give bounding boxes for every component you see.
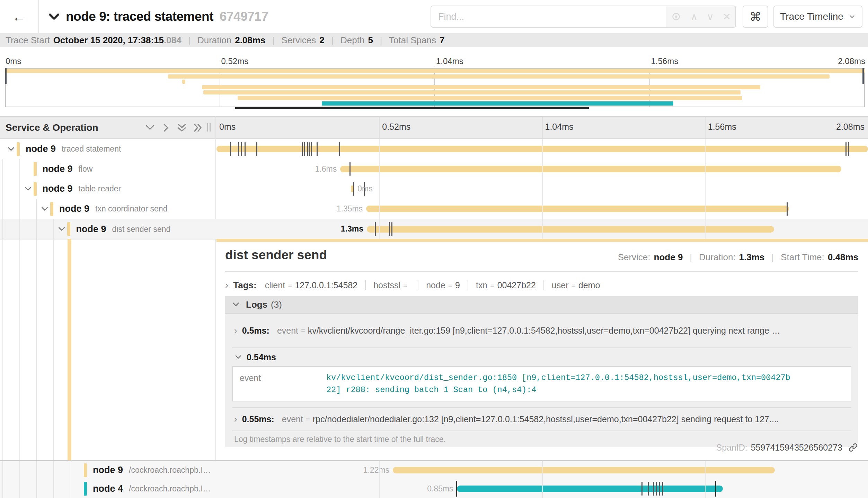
minimap-span-bar bbox=[168, 74, 829, 79]
deep-link-icon[interactable] bbox=[848, 442, 858, 453]
back-button[interactable]: ← bbox=[0, 0, 39, 33]
log-marker-tick[interactable] bbox=[302, 142, 303, 156]
locate-icon[interactable] bbox=[671, 11, 682, 22]
log-expand-icon[interactable]: › bbox=[234, 414, 237, 425]
indent-guide bbox=[36, 219, 37, 239]
operation-name: flow bbox=[79, 164, 93, 174]
minimap-axis-label: 2.08ms bbox=[838, 56, 865, 66]
gridline bbox=[379, 117, 380, 138]
span-duration-label: 1.6ms bbox=[315, 159, 337, 179]
indent-guide bbox=[70, 461, 70, 480]
log-marker-tick[interactable] bbox=[641, 482, 643, 496]
column-resizer-grip[interactable] bbox=[207, 123, 208, 132]
minimap-scrubber-left[interactable] bbox=[5, 68, 7, 84]
trace-timeline-dropdown[interactable]: Trace Timeline bbox=[773, 6, 862, 28]
timeline-tick-label: 0.52ms bbox=[382, 122, 410, 132]
span-row-dist-sender-send[interactable]: node 9dist sender send1.3ms bbox=[0, 219, 868, 239]
summary-label: Trace Start bbox=[6, 35, 50, 46]
expand-one-icon[interactable] bbox=[160, 122, 172, 134]
log-marker-tick[interactable] bbox=[349, 162, 351, 176]
log-expand-icon[interactable]: › bbox=[234, 325, 237, 336]
summary-value-fraction: .084 bbox=[164, 35, 181, 46]
span-bar[interactable] bbox=[367, 226, 774, 233]
logs-header[interactable]: Logs (3) bbox=[225, 296, 858, 313]
gridline bbox=[379, 139, 380, 239]
span-color-chip bbox=[34, 162, 37, 176]
span-bar[interactable] bbox=[457, 486, 723, 492]
span-row--cockroach-roachpb-i-[interactable]: node 9/cockroach.roachpb.I…1.22ms bbox=[0, 461, 868, 480]
log-marker-tick[interactable] bbox=[659, 482, 660, 496]
log-marker-tick[interactable] bbox=[653, 482, 654, 496]
log-marker-tick[interactable] bbox=[238, 142, 239, 156]
prev-result-icon[interactable]: ∧ bbox=[691, 11, 698, 22]
next-result-icon[interactable]: ∨ bbox=[707, 11, 714, 22]
find-input[interactable] bbox=[431, 6, 666, 27]
keyboard-shortcuts-button[interactable]: ⌘ bbox=[743, 6, 768, 28]
span-color-chip bbox=[67, 222, 70, 236]
separator: | bbox=[380, 35, 382, 45]
collapse-all-icon[interactable] bbox=[176, 122, 188, 134]
summary-label: Duration bbox=[197, 35, 231, 46]
span-collapse-chevron-icon[interactable] bbox=[40, 205, 49, 214]
span-row-flow[interactable]: node 9flow1.6ms bbox=[0, 159, 868, 179]
log-marker-tick[interactable] bbox=[256, 142, 257, 156]
span-collapse-chevron-icon[interactable] bbox=[57, 225, 66, 234]
log-marker-tick[interactable] bbox=[241, 142, 242, 156]
span-collapse-chevron-icon[interactable] bbox=[7, 145, 16, 154]
log-marker-tick[interactable] bbox=[662, 482, 663, 496]
page-header: ← node 9: traced statement 6749717 ∧ ∨ ✕… bbox=[0, 0, 868, 33]
log-marker-tick[interactable] bbox=[230, 142, 231, 156]
service-name: node 9 bbox=[76, 224, 106, 235]
meta-label: Start Time: bbox=[781, 252, 824, 263]
log-marker-tick[interactable] bbox=[648, 482, 649, 496]
span-name: node 9flow bbox=[43, 159, 93, 179]
span-row-traced-statement[interactable]: node 9traced statement bbox=[0, 139, 868, 159]
collapse-one-icon[interactable] bbox=[144, 122, 156, 134]
log-collapse-icon[interactable] bbox=[234, 353, 242, 361]
log-marker-tick[interactable] bbox=[375, 222, 376, 236]
minimap-scroll-indicator[interactable] bbox=[235, 107, 589, 109]
span-collapse-chevron-icon[interactable] bbox=[24, 184, 33, 193]
span-bar[interactable] bbox=[393, 467, 775, 473]
span-bar[interactable] bbox=[366, 206, 789, 212]
log-marker-tick[interactable] bbox=[311, 142, 312, 156]
log-marker-tick[interactable] bbox=[245, 142, 246, 156]
log-marker-tick[interactable] bbox=[339, 142, 340, 156]
column-resizer-grip[interactable] bbox=[210, 123, 211, 132]
log-entry-collapsed[interactable]: ›0.5ms:event=kv/kvclient/kvcoord/range_i… bbox=[232, 314, 851, 348]
log-marker-tick[interactable] bbox=[848, 142, 849, 156]
log-marker-tick[interactable] bbox=[304, 142, 305, 156]
log-marker-tick[interactable] bbox=[389, 222, 390, 236]
span-bar[interactable] bbox=[340, 166, 841, 172]
span-duration-label: 0ms bbox=[357, 179, 372, 199]
log-marker-tick[interactable] bbox=[309, 142, 310, 156]
service-name: node 9 bbox=[26, 144, 56, 154]
log-entry-expanded-header[interactable]: 0.54ms bbox=[232, 348, 851, 366]
separator bbox=[468, 280, 468, 290]
indent-guide bbox=[2, 480, 3, 498]
log-marker-tick[interactable] bbox=[307, 142, 308, 156]
collapse-trace-chevron-icon[interactable] bbox=[47, 10, 61, 24]
log-marker-tick[interactable] bbox=[353, 182, 354, 196]
span-row-txn-coordinator-send[interactable]: node 9txn coordinator send1.35ms bbox=[0, 199, 868, 219]
log-marker-tick[interactable] bbox=[317, 142, 318, 156]
indent-guide bbox=[70, 480, 70, 498]
log-entry-collapsed[interactable]: ›0.55ms:event=rpc/nodedialer/nodedialer.… bbox=[232, 407, 851, 431]
log-marker-tick[interactable] bbox=[391, 222, 392, 236]
span-bar[interactable] bbox=[351, 185, 353, 192]
summary-value: October 15 2020, 17:38:15 bbox=[53, 35, 164, 46]
tags-row[interactable]: ›Tags:client=127.0.0.1:54582hostssl=node… bbox=[225, 277, 858, 293]
selected-span-accent-bar bbox=[216, 239, 868, 242]
tag-client: client=127.0.0.1:54582 bbox=[265, 280, 357, 290]
clear-search-icon[interactable]: ✕ bbox=[723, 11, 731, 22]
log-marker-tick[interactable] bbox=[845, 142, 847, 156]
log-marker-tick[interactable] bbox=[656, 482, 657, 496]
separator bbox=[418, 280, 418, 290]
expand-all-icon[interactable] bbox=[192, 122, 204, 134]
span-name: node 9table reader bbox=[43, 179, 121, 199]
span-row-table-reader[interactable]: node 9table reader0ms bbox=[0, 179, 868, 199]
tags-expand-icon[interactable]: › bbox=[225, 280, 228, 291]
span-row--cockroach-roachpb-i-[interactable]: node 4/cockroach.roachpb.I…0.85ms bbox=[0, 480, 868, 498]
log-marker-tick[interactable] bbox=[787, 202, 788, 216]
minimap-scrubber-right[interactable] bbox=[862, 68, 864, 84]
